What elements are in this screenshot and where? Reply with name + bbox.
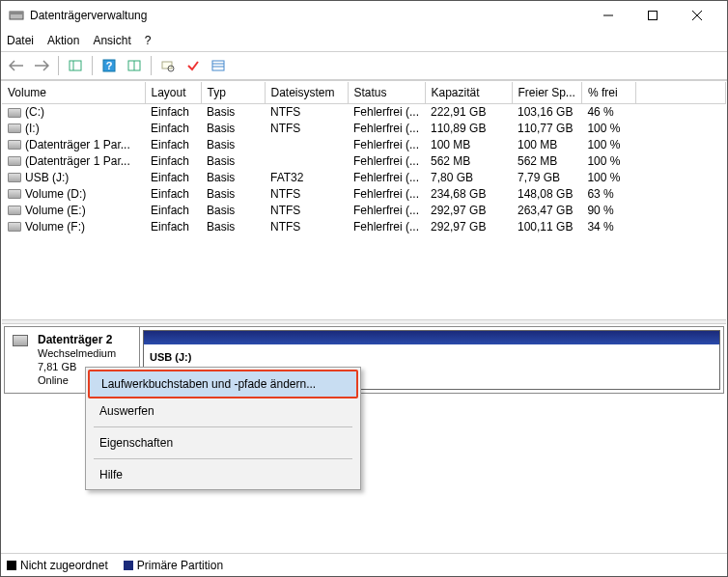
table-header-row: Volume Layout Typ Dateisystem Status Kap… (2, 82, 726, 103)
legend-primary: Primäre Partition (124, 559, 223, 572)
cell-volume: (C:) (2, 103, 145, 120)
svg-rect-6 (70, 61, 81, 70)
forward-button[interactable] (30, 54, 53, 77)
table-row[interactable]: (I:)EinfachBasisNTFSFehlerfrei (...110,8… (2, 120, 726, 136)
window-title: Datenträgerverwaltung (30, 9, 586, 22)
cell-layout: Einfach (145, 103, 201, 120)
cell-capacity: 234,68 GB (425, 185, 512, 202)
titlebar[interactable]: Datenträgerverwaltung (1, 1, 727, 30)
menu-help[interactable]: ? (145, 34, 152, 47)
drive-icon (8, 124, 21, 133)
cell-layout: Einfach (145, 185, 201, 202)
cell-filesystem: NTFS (265, 218, 348, 234)
app-icon (9, 8, 24, 23)
disk-icon (13, 333, 34, 387)
table-row[interactable]: (Datenträger 1 Par...EinfachBasisFehlerf… (2, 136, 726, 152)
cell-volume: (Datenträger 1 Par... (2, 152, 145, 169)
cell-pct: 100 % (581, 120, 635, 136)
ctx-help[interactable]: Hilfe (88, 462, 358, 487)
cell-status: Fehlerfrei (... (348, 185, 425, 202)
help-button[interactable]: ? (98, 54, 121, 77)
table-row[interactable]: USB (J:)EinfachBasisFAT32Fehlerfrei (...… (2, 169, 726, 185)
cell-capacity: 222,91 GB (425, 103, 512, 120)
table-row[interactable]: Volume (E:)EinfachBasisNTFSFehlerfrei (.… (2, 202, 726, 218)
list-button[interactable] (207, 54, 230, 77)
cell-pct: 100 % (581, 169, 635, 185)
cell-type: Basis (201, 169, 265, 185)
svg-rect-12 (162, 62, 172, 69)
cell-pct: 90 % (581, 202, 635, 218)
menu-file[interactable]: Datei (7, 34, 34, 47)
ctx-sep (94, 458, 352, 459)
check-button[interactable] (182, 54, 205, 77)
drive-icon (8, 108, 21, 118)
drive-icon (8, 189, 21, 199)
find-button[interactable] (156, 54, 180, 77)
menu-action[interactable]: Aktion (47, 34, 79, 47)
svg-rect-3 (649, 12, 658, 20)
table-row[interactable]: Volume (D:)EinfachBasisNTFSFehlerfrei (.… (2, 185, 726, 202)
cell-free: 7,79 GB (512, 169, 581, 185)
cell-status: Fehlerfrei (... (348, 202, 425, 218)
cell-volume: Volume (E:) (2, 202, 145, 218)
statusbar: Nicht zugeordnet Primäre Partition (1, 553, 727, 576)
ctx-eject[interactable]: Auswerfen (88, 398, 358, 424)
app-window: Datenträgerverwaltung Datei Aktion Ansic… (0, 0, 728, 577)
maximize-button[interactable] (630, 1, 675, 30)
volume-name: USB (J:) (150, 351, 191, 363)
menu-view[interactable]: Ansicht (93, 34, 130, 47)
back-button[interactable] (5, 54, 28, 77)
menubar: Datei Aktion Ansicht ? (1, 30, 727, 51)
cell-volume: (I:) (2, 120, 145, 136)
cell-free: 263,47 GB (512, 202, 581, 218)
cell-status: Fehlerfrei (... (348, 103, 425, 120)
cell-status: Fehlerfrei (... (348, 152, 425, 169)
cell-type: Basis (201, 103, 265, 120)
disk-pane: Datenträger 2 Wechselmedium 7,81 GB Onli… (2, 324, 726, 552)
col-status[interactable]: Status (348, 82, 425, 103)
cell-type: Basis (201, 152, 265, 169)
ctx-change-letter[interactable]: Laufwerkbuchstaben und -pfade ändern... (88, 370, 358, 398)
cell-status: Fehlerfrei (... (348, 218, 425, 234)
disk-name: Datenträger 2 (38, 333, 112, 346)
cell-layout: Einfach (145, 120, 201, 136)
legend-unallocated: Nicht zugeordnet (7, 559, 108, 572)
drive-icon (8, 140, 21, 150)
cell-pct: 100 % (581, 136, 635, 152)
col-volume[interactable]: Volume (2, 82, 145, 103)
cell-filesystem (265, 152, 348, 169)
cell-capacity: 7,80 GB (425, 169, 512, 185)
close-button[interactable] (675, 1, 719, 30)
col-type[interactable]: Typ (201, 82, 265, 103)
col-blank[interactable] (635, 82, 725, 103)
col-capacity[interactable]: Kapazität (425, 82, 512, 103)
col-layout[interactable]: Layout (145, 82, 201, 103)
volume-header-bar (144, 331, 719, 344)
col-pct[interactable]: % frei (581, 82, 635, 103)
table-row[interactable]: (Datenträger 1 Par...EinfachBasisFehlerf… (2, 152, 726, 169)
cell-pct: 46 % (581, 103, 635, 120)
col-free[interactable]: Freier Sp... (512, 82, 581, 103)
view-button[interactable] (64, 54, 87, 77)
cell-layout: Einfach (145, 218, 201, 234)
cell-free: 100,11 GB (512, 218, 581, 234)
disk-type: Wechselmedium (38, 347, 116, 359)
cell-type: Basis (201, 218, 265, 234)
cell-layout: Einfach (145, 152, 201, 169)
cell-volume: (Datenträger 1 Par... (2, 136, 145, 152)
drive-icon (8, 222, 21, 232)
cell-capacity: 100 MB (425, 136, 512, 152)
cell-free: 103,16 GB (512, 103, 581, 120)
table-row[interactable]: (C:)EinfachBasisNTFSFehlerfrei (...222,9… (2, 103, 726, 120)
minimize-button[interactable] (586, 1, 630, 30)
cell-layout: Einfach (145, 136, 201, 152)
cell-free: 148,08 GB (512, 185, 581, 202)
cell-volume: Volume (D:) (2, 185, 145, 202)
cell-status: Fehlerfrei (... (348, 120, 425, 136)
refresh-button[interactable] (123, 54, 146, 77)
ctx-properties[interactable]: Eigenschaften (88, 430, 358, 455)
cell-type: Basis (201, 202, 265, 218)
table-row[interactable]: Volume (F:)EinfachBasisNTFSFehlerfrei (.… (2, 218, 726, 234)
col-filesystem[interactable]: Dateisystem (265, 82, 348, 103)
cell-capacity: 292,97 GB (425, 218, 512, 234)
